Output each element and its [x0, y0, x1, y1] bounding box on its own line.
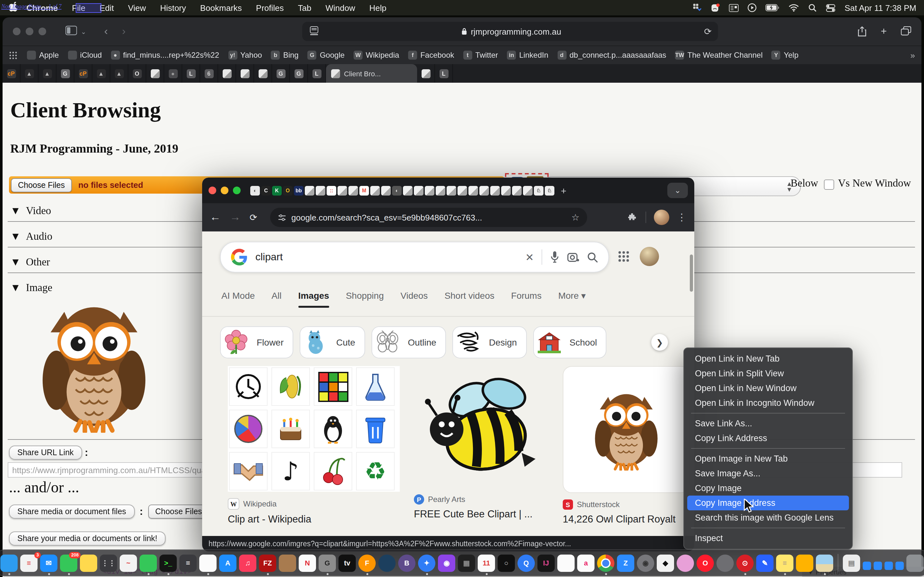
inner-tab-favicon[interactable] — [338, 185, 347, 195]
dock-icon-inkscape[interactable]: ◆ — [657, 554, 674, 572]
inner-tab-favicon[interactable] — [349, 185, 358, 195]
share-url-label[interactable]: Share URL Link — [9, 446, 82, 460]
browser-tab[interactable]: ▲ — [21, 64, 39, 83]
dock-icon-news[interactable]: N — [299, 554, 316, 572]
choose-files-button-2[interactable]: Choose Files — [148, 504, 209, 519]
browser-tab[interactable]: cP — [74, 64, 92, 83]
bookmark-yelp[interactable]: YYelp — [767, 49, 803, 61]
battery-charging-icon[interactable] — [766, 4, 780, 11]
outer-traffic-lights[interactable] — [13, 27, 51, 35]
section-video[interactable]: ▼Video — [10, 205, 51, 218]
window-list-icon[interactable] — [729, 3, 738, 12]
inner-address-bar[interactable]: google.com/search?sca_esv=5e9bb948607cc7… — [270, 208, 587, 227]
section-image[interactable]: ▼Image — [10, 282, 52, 294]
browser-tab[interactable]: G — [57, 64, 74, 83]
inner-forward-button[interactable]: → — [230, 211, 241, 224]
bookmark-bing[interactable]: bBing — [267, 49, 303, 61]
inner-tab-favicon[interactable]: ♘ — [534, 185, 543, 195]
dock-icon-launchpad[interactable]: ⋮⋮ — [100, 554, 117, 572]
bookmark-apple[interactable]: Apple — [23, 49, 63, 61]
dock-icon-terminal-2[interactable]: ▦ — [458, 554, 475, 572]
browser-tab[interactable]: L — [182, 64, 200, 83]
context-menu-item-copy-image[interactable]: Copy Image — [687, 481, 849, 496]
bookmark-twitter[interactable]: tTwitter — [459, 49, 503, 61]
google-search-bar[interactable]: clipart ✕ — [220, 242, 609, 272]
dock-icon-pig-face[interactable] — [677, 554, 694, 572]
dock-icon-music[interactable]: ♫ — [239, 554, 256, 572]
minimize-window-button[interactable] — [26, 27, 33, 35]
tab-overview-icon[interactable] — [901, 26, 911, 36]
share-media-label[interactable]: Share media or document files — [9, 504, 134, 519]
dock-icon-firefox[interactable]: F — [359, 554, 376, 572]
bookmark-google[interactable]: GGoogle — [303, 49, 349, 61]
google-tab-images[interactable]: Images — [298, 290, 329, 308]
inner-tab-strip[interactable]: ◐CKObb::M◐♘♘ — [250, 185, 554, 195]
bookmark-wikipedia[interactable]: WWikipedia — [349, 49, 404, 61]
dock-icon-photos-beach[interactable] — [816, 554, 833, 572]
badge-app-icon[interactable] — [711, 3, 720, 12]
browser-tab[interactable]: O — [128, 64, 146, 83]
dock-icon-apple-tv[interactable]: tv — [338, 554, 356, 572]
chip-flower[interactable]: Flower — [220, 326, 293, 358]
browser-tab[interactable]: ▲ — [110, 64, 128, 83]
app-grid-download-icon[interactable] — [692, 3, 702, 12]
inner-tab-favicon[interactable]: bb — [294, 185, 304, 195]
dock-icon-stickies[interactable]: ≡ — [776, 554, 793, 572]
choose-files-button[interactable]: Choose Files — [11, 178, 72, 192]
inner-tab-favicon[interactable]: C — [261, 185, 271, 195]
google-profile-avatar[interactable] — [640, 247, 659, 266]
result-title[interactable]: FREE Cute Bee Clipart | ... — [414, 508, 552, 520]
bee-clipart-image[interactable] — [414, 366, 552, 488]
menu-history[interactable]: History — [160, 3, 186, 13]
search-query-text[interactable]: clipart — [255, 251, 517, 263]
bookmark-find-minus-rep-22s-22[interactable]: ●find_minus....rep+%22s%22 — [106, 49, 224, 61]
inner-tab-favicon[interactable] — [316, 185, 325, 195]
profile-avatar[interactable] — [654, 210, 669, 225]
search-submit-icon[interactable] — [587, 251, 598, 263]
owl-clipart-image[interactable] — [25, 298, 163, 435]
outer-forward-button[interactable]: › — [122, 25, 126, 38]
active-tab[interactable]: Client Bro... — [326, 64, 417, 83]
google-tab-short-videos[interactable]: Short videos — [444, 290, 494, 308]
outer-address-bar[interactable]: rjmprogramming.com.au ⟳ — [302, 22, 718, 41]
dock-icon-facetime[interactable] — [140, 554, 157, 572]
browser-tab[interactable] — [218, 64, 236, 83]
section-audio[interactable]: ▼Audio — [10, 230, 52, 243]
dock-icon-books[interactable] — [279, 554, 296, 572]
browser-tab[interactable]: ● — [164, 64, 182, 83]
dock-icon-activity[interactable]: ~ — [120, 554, 137, 572]
google-tab-videos[interactable]: Videos — [401, 290, 428, 308]
dock-icon-reminders[interactable]: ≡3 — [20, 554, 37, 572]
menu-window[interactable]: Window — [326, 3, 355, 13]
bookmark-star-icon[interactable]: ☆ — [572, 212, 580, 222]
minimized-window-3[interactable] — [885, 561, 893, 570]
extensions-icon[interactable] — [628, 213, 638, 222]
inner-tab-favicon[interactable]: K — [272, 185, 282, 195]
dock-icon-calendar[interactable]: 11 — [478, 554, 495, 572]
inner-tab-favicon[interactable] — [381, 185, 391, 195]
bookmark-db-connect-p-aaasaaafaas[interactable]: ddb_connect.p...aaasaaafaas — [553, 49, 671, 61]
inner-back-button[interactable]: ← — [210, 211, 221, 224]
google-lens-icon[interactable] — [567, 251, 580, 263]
inner-tab-favicon[interactable] — [512, 185, 522, 195]
dock-icon-trash[interactable] — [906, 554, 924, 572]
inner-tab-favicon[interactable] — [414, 185, 423, 195]
bookmark-icloud[interactable]: iCloud — [63, 49, 106, 61]
sidebar-toggle-icon[interactable] — [65, 25, 77, 37]
inner-tab-favicon[interactable]: O — [283, 185, 292, 195]
dock-icon-quicktime[interactable]: Q — [517, 554, 535, 572]
bookmarks-overflow-chevron[interactable]: » — [911, 50, 915, 60]
dock-icon-textedit[interactable] — [557, 554, 575, 572]
inner-tab-favicon[interactable] — [370, 185, 380, 195]
chips-scroll-arrow[interactable]: ❯ — [651, 334, 668, 351]
section-other[interactable]: ▼Other — [10, 256, 50, 269]
google-tab-forums[interactable]: Forums — [511, 290, 541, 308]
share-icon[interactable] — [857, 26, 867, 37]
inner-tab-favicon[interactable]: ◐ — [250, 185, 260, 195]
browser-tab[interactable]: cP — [3, 64, 21, 83]
spotlight-search-icon[interactable] — [808, 3, 817, 12]
tab-search-chevron[interactable]: ⌄ — [667, 183, 688, 198]
browser-tab[interactable] — [236, 64, 254, 83]
google-tab-ai-mode[interactable]: AI Mode — [221, 290, 255, 308]
inner-tab-favicon[interactable] — [490, 185, 500, 195]
